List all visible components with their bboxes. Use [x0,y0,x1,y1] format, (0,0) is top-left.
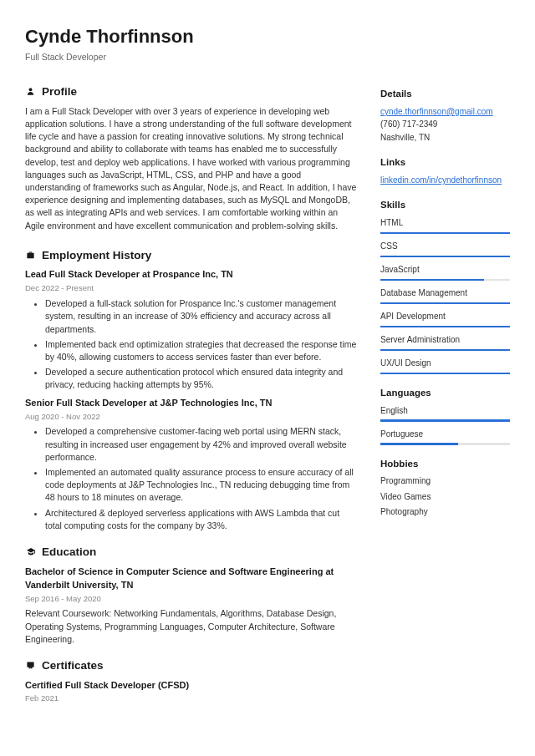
languages-block: Languages EnglishPortuguese [380,386,510,445]
skills-heading: Skills [380,198,510,212]
hobby-item: Video Games [380,491,510,504]
skill-bar [380,443,510,445]
person-title: Full Stack Developer [25,51,510,63]
hobbies-block: Hobbies ProgrammingVideo GamesPhotograph… [380,457,510,519]
certs-section: Certificates Certified Full Stack Develo… [25,657,357,704]
profile-heading: Profile [42,84,77,100]
languages-container: EnglishPortuguese [380,405,510,445]
skills-block: Skills HTMLCSSJavaScriptDatabase Managem… [380,198,510,374]
details-heading: Details [380,87,510,101]
briefcase-icon [25,251,36,260]
job-title: Lead Full Stack Developer at Prospance I… [25,268,357,282]
skill-name: JavaScript [380,264,510,277]
skill-name: API Development [380,311,510,323]
skill-name: Server Administration [380,334,510,347]
job-bullet: Developed a secure authentication protoc… [45,366,357,391]
skill-bar-fill [380,349,510,352]
profile-text: I am a Full Stack Developer with over 3 … [25,105,357,232]
job-bullet: Implemented back end optimization strate… [45,338,357,363]
languages-heading: Languages [380,386,510,400]
skill-bar-fill [380,443,458,445]
links-block: Links linkedin.com/in/cyndethorfinnson [380,155,510,186]
hobby-item: Photography [380,506,510,519]
svg-rect-1 [27,662,33,667]
skill-bar [380,256,510,258]
hobbies-heading: Hobbies [380,457,510,471]
employment-heading: Employment History [42,247,151,264]
person-name: Cynde Thorfinnson [25,23,510,50]
skill-bar-fill [380,419,510,422]
job-bullet: Developed a full-stack solution for Pros… [45,297,357,336]
skill-bar [380,279,510,282]
skill-item: JavaScript [380,264,510,281]
skill-item: CSS [380,241,510,257]
skill-bar [380,302,510,305]
skill-bar-fill [380,256,510,258]
certs-heading: Certificates [42,657,104,674]
skill-item: UX/UI Design [380,358,510,374]
skill-name: Portuguese [380,429,510,441]
svg-point-0 [29,89,33,92]
skill-item: Database Management [380,287,510,304]
linkedin-link[interactable]: linkedin.com/in/cyndethorfinnson [380,175,502,185]
skill-item: API Development [380,311,510,327]
job-bullet: Implemented an automated quality assuran… [45,466,357,505]
links-heading: Links [380,155,510,170]
job-title: Senior Full Stack Developer at J&P Techn… [25,397,357,410]
employment-section: Employment History Lead Full Stack Devel… [25,247,357,532]
job-bullets: Developed a full-stack solution for Pros… [25,297,357,392]
cert-dates: Feb 2021 [25,693,357,704]
hobbies-container: ProgrammingVideo GamesPhotography [380,475,510,519]
jobs-container: Lead Full Stack Developer at Prospance I… [25,268,357,532]
skill-name: UX/UI Design [380,358,510,370]
skill-bar [380,232,510,235]
skill-bar-fill [380,232,510,235]
job-bullets: Developed a comprehensive customer-facin… [25,425,357,532]
skill-name: CSS [380,241,510,253]
skill-bar-fill [380,326,510,328]
skill-bar [380,349,510,352]
job-dates: Aug 2020 - Nov 2022 [25,411,357,423]
skill-bar [380,373,510,375]
certificate-icon [25,661,36,670]
degree-title: Bachelor of Science in Computer Science … [25,566,357,592]
job-dates: Dec 2022 - Present [25,282,357,294]
cert-title: Certified Full Stack Developer (CFSD) [25,679,357,693]
skill-name: HTML [380,217,510,230]
details-block: Details cynde.thorfinnson@gmail.com (760… [380,87,510,144]
email-link[interactable]: cynde.thorfinnson@gmail.com [380,107,493,116]
education-section: Education Bachelor of Science in Compute… [25,544,357,646]
education-dates: Sep 2016 - May 2020 [25,593,357,605]
skill-bar [380,326,510,328]
phone-text: (760) 717-2349 [380,119,510,131]
skill-item: Server Administration [380,334,510,351]
profile-section: Profile I am a Full Stack Developer with… [25,84,357,232]
hobby-item: Programming [380,475,510,488]
graduation-icon [25,547,36,556]
skill-item: HTML [380,217,510,234]
job-bullet: Developed a comprehensive customer-facin… [45,425,357,464]
location-text: Nashville, TN [380,132,510,145]
person-icon [25,87,36,96]
skill-name: English [380,405,510,418]
skill-bar-fill [380,279,484,282]
skill-item: Portuguese [380,429,510,445]
skill-name: Database Management [380,287,510,300]
skills-container: HTMLCSSJavaScriptDatabase ManagementAPI … [380,217,510,374]
skill-item: English [380,405,510,422]
skill-bar-fill [380,373,510,375]
job-bullet: Architectured & deployed serverless appl… [45,507,357,532]
skill-bar [380,419,510,422]
education-desc: Relevant Coursework: Networking Fundamen… [25,607,357,646]
skill-bar-fill [380,302,510,305]
education-heading: Education [42,544,96,561]
